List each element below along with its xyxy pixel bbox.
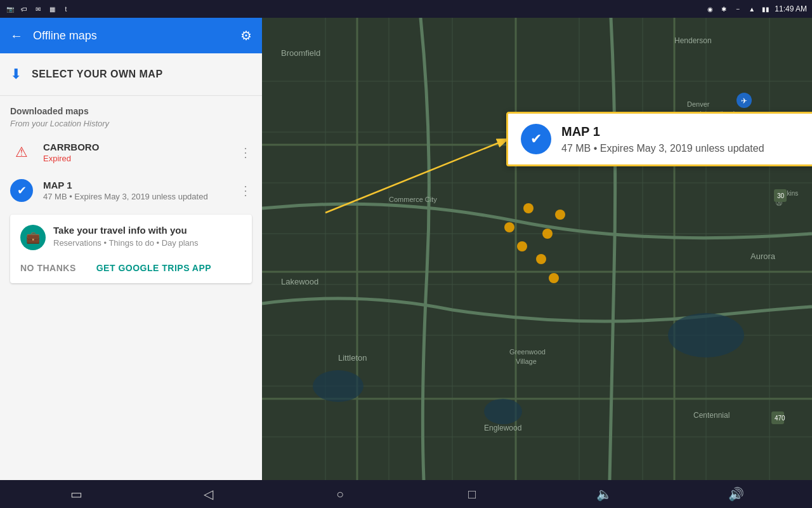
app-icon-3: ✉: [33, 4, 43, 14]
svg-point-44: [517, 241, 527, 251]
svg-text:470: 470: [775, 415, 785, 422]
get-app-button[interactable]: GET GOOGLE TRIPS APP: [96, 263, 211, 273]
svg-text:Centennial: Centennial: [693, 411, 730, 420]
svg-point-46: [536, 254, 546, 264]
back-button[interactable]: ←: [10, 29, 23, 43]
svg-point-23: [668, 313, 744, 358]
tooltip-content: ✔ MAP 1 47 MB • Expires May 3, 2019 unle…: [521, 124, 802, 154]
recents-nav-button[interactable]: □: [459, 481, 485, 507]
tooltip-map-detail: 47 MB • Expires May 3, 2019 unless updat…: [561, 143, 764, 154]
map-item-map1[interactable]: ✔ MAP 1 47 MB • Expires May 3, 2019 unle…: [0, 171, 262, 210]
downloaded-title: Downloaded maps: [10, 106, 252, 116]
trips-promo-card: 💼 Take your travel info with you Reserva…: [10, 215, 252, 283]
map1-info: MAP 1 47 MB • Expires May 3, 2019 unless…: [43, 180, 239, 201]
tooltip-map-name: MAP 1: [561, 124, 764, 139]
no-thanks-button[interactable]: NO THANKS: [20, 263, 76, 273]
bluetooth-icon: ✱: [719, 4, 729, 14]
back-nav-button[interactable]: ◁: [195, 481, 221, 507]
trips-title: Take your travel info with you: [53, 225, 199, 236]
svg-point-41: [504, 222, 514, 232]
trips-card-header: 💼 Take your travel info with you Reserva…: [20, 225, 242, 250]
svg-text:Henderson: Henderson: [674, 36, 712, 45]
carrboro-status: Expired: [43, 154, 239, 163]
map1-tooltip: ✔ MAP 1 47 MB • Expires May 3, 2019 unle…: [506, 112, 812, 166]
svg-point-47: [549, 273, 559, 283]
svg-text:Englewood: Englewood: [484, 424, 521, 432]
svg-point-25: [484, 399, 522, 424]
volume-down-button[interactable]: 🔈: [591, 481, 617, 507]
bottom-nav: ▭ ◁ ○ □ 🔈 🔊: [0, 480, 812, 508]
app-icon-5: t: [61, 4, 71, 14]
map1-icon: ✔: [10, 179, 33, 202]
svg-text:✈: ✈: [741, 97, 747, 105]
map-area: Broomfield Henderson Denver Internationa…: [262, 18, 812, 480]
warning-icon: ⚠: [15, 144, 28, 161]
location-history-label: From your Location History: [10, 119, 252, 128]
checkmark-icon: ✔: [17, 184, 27, 197]
select-own-map-button[interactable]: ⬇ SELECT YOUR OWN MAP: [0, 53, 262, 96]
svg-text:Village: Village: [516, 358, 537, 365]
tooltip-checkmark-icon: ✔: [530, 131, 542, 147]
tooltip-text: MAP 1 47 MB • Expires May 3, 2019 unless…: [561, 124, 764, 154]
status-bar: 📷 🏷 ✉ ▦ t ◉ ✱ − ▲ ▮▮ 11:49 AM: [0, 0, 812, 18]
app-header: ← Offline maps ⚙: [0, 18, 262, 53]
briefcase-icon: 💼: [26, 231, 40, 244]
carrboro-info: CARRBORO Expired: [43, 142, 239, 163]
trips-text: Take your travel info with you Reservati…: [53, 225, 199, 248]
main-layout: ← Offline maps ⚙ ⬇ SELECT YOUR OWN MAP D…: [0, 18, 812, 480]
wifi-icon: ▲: [747, 4, 757, 14]
trips-subtitle: Reservations • Things to do • Day plans: [53, 238, 199, 248]
svg-text:30: 30: [777, 192, 785, 199]
battery-icon: ▮▮: [761, 4, 771, 14]
camera-nav-icon[interactable]: ▭: [63, 481, 89, 507]
svg-text:Broomfield: Broomfield: [281, 48, 320, 58]
location-icon: ◉: [705, 4, 715, 14]
trips-actions: NO THANKS GET GOOGLE TRIPS APP: [20, 260, 242, 273]
carrboro-name: CARRBORO: [43, 142, 239, 152]
svg-point-43: [542, 229, 553, 239]
tooltip-map-icon: ✔: [521, 124, 551, 154]
clock: 11:49 AM: [775, 4, 807, 13]
status-bar-left: 📷 🏷 ✉ ▦ t: [5, 4, 71, 14]
svg-text:Aurora: Aurora: [750, 251, 776, 261]
page-title: Offline maps: [33, 29, 230, 43]
map1-more-button[interactable]: ⋮: [239, 183, 252, 198]
map1-status: 47 MB • Expires May 3, 2019 unless updat…: [43, 192, 239, 201]
minus-icon: −: [733, 4, 743, 14]
volume-up-button[interactable]: 🔊: [723, 481, 749, 507]
carrboro-more-button[interactable]: ⋮: [239, 145, 252, 160]
app-icon-2: 🏷: [19, 4, 29, 14]
svg-text:Greenwood: Greenwood: [509, 348, 546, 356]
trips-icon: 💼: [20, 225, 46, 250]
svg-point-24: [313, 370, 363, 402]
svg-point-45: [555, 210, 565, 220]
map1-name: MAP 1: [43, 180, 239, 190]
carrboro-icon: ⚠: [10, 141, 33, 164]
select-map-label: SELECT YOUR OWN MAP: [32, 69, 163, 80]
left-panel: ← Offline maps ⚙ ⬇ SELECT YOUR OWN MAP D…: [0, 18, 262, 480]
svg-text:Littleton: Littleton: [338, 353, 367, 363]
svg-text:Lakewood: Lakewood: [281, 277, 318, 286]
home-nav-button[interactable]: ○: [327, 481, 353, 507]
svg-text:Commerce City: Commerce City: [389, 196, 437, 203]
map-svg: Broomfield Henderson Denver Internationa…: [262, 18, 812, 480]
downloaded-maps-section: Downloaded maps From your Location Histo…: [0, 96, 262, 133]
settings-button[interactable]: ⚙: [240, 28, 252, 43]
svg-point-42: [523, 203, 534, 213]
download-icon: ⬇: [10, 66, 22, 83]
status-bar-right: ◉ ✱ − ▲ ▮▮ 11:49 AM: [705, 4, 807, 14]
app-icon-1: 📷: [5, 4, 15, 14]
map-item-carrboro[interactable]: ⚠ CARRBORO Expired ⋮: [0, 133, 262, 171]
app-icon-4: ▦: [47, 4, 57, 14]
svg-text:Denver: Denver: [687, 100, 710, 108]
